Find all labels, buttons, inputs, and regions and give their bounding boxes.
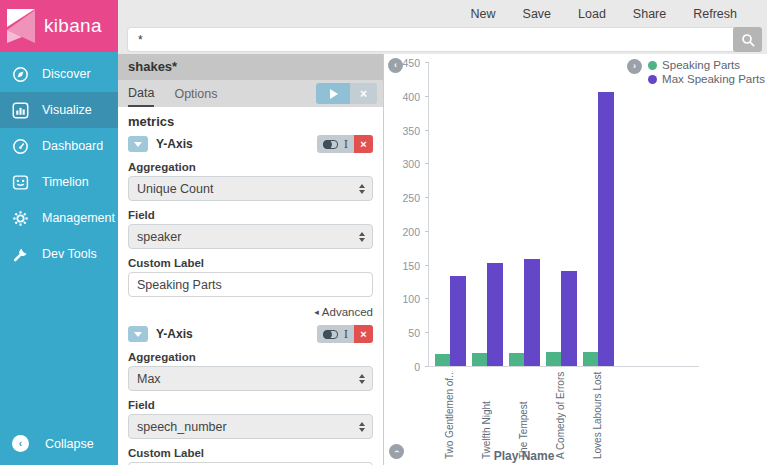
bar-group (472, 263, 503, 366)
bar-max-speaking-parts[interactable] (561, 271, 577, 366)
sidebar-collapse-label: Collapse (45, 437, 94, 451)
wrench-icon (12, 246, 29, 263)
search-icon (741, 33, 755, 47)
sidebar-item-discover[interactable]: Discover (0, 56, 118, 92)
caret-up-icon (359, 232, 365, 236)
y-tick-mark (425, 265, 429, 266)
x-axis-labels: Two Gentlemen of...Twelfth NightThe Temp… (434, 371, 613, 459)
search-button[interactable] (733, 27, 762, 52)
sidebar-item-label: Management (42, 211, 115, 225)
field-label-custom-label: Custom Label (128, 257, 373, 269)
sidebar-collapse-button[interactable]: ‹ Collapse (12, 435, 94, 452)
agg-section-2: Y-AxisI×AggregationMaxFieldspeech_number… (128, 325, 373, 465)
bar-speaking-parts[interactable] (472, 353, 487, 366)
agg-header: Y-AxisI× (128, 135, 373, 153)
menu-item-share[interactable]: Share (633, 7, 666, 21)
bar-max-speaking-parts[interactable] (450, 276, 466, 366)
agg-title: Y-Axis (156, 137, 317, 151)
caret-up-icon (359, 422, 365, 426)
collapse-bottom-button[interactable]: ‹ (389, 444, 404, 459)
kibana-logo[interactable]: kibana (0, 0, 118, 52)
agg-controls: I× (317, 135, 373, 153)
metrics-heading: metrics (128, 114, 373, 129)
y-tick-label: 0 (386, 361, 420, 373)
sidebar-item-label: Dashboard (42, 139, 103, 153)
x-tick-label-text: Loves Labours Lost (592, 371, 603, 459)
sidebar-item-visualize[interactable]: Visualize (0, 92, 118, 128)
menu-item-save[interactable]: Save (523, 7, 552, 21)
advanced-link[interactable]: ◂Advanced (128, 306, 373, 318)
content: shakes* Data Options × metrics Y-AxisI×A… (118, 54, 767, 465)
bar-speaking-parts[interactable] (435, 354, 450, 366)
bar-speaking-parts[interactable] (583, 352, 598, 366)
tab-data[interactable]: Data (128, 80, 154, 107)
input-custom-label[interactable] (128, 272, 373, 297)
bar-group (546, 271, 577, 366)
select-aggregation[interactable]: Max (128, 366, 373, 391)
text-cursor-icon[interactable]: I (344, 139, 348, 150)
y-tick-label: 100 (386, 293, 420, 305)
bar-max-speaking-parts[interactable] (524, 259, 540, 366)
discard-changes-button[interactable]: × (350, 83, 377, 104)
caret-down-icon (359, 238, 365, 242)
select-value: speaker (137, 230, 181, 244)
sidebar-item-label: Discover (42, 67, 91, 81)
tab-actions: × (316, 83, 377, 104)
tab-options[interactable]: Options (174, 80, 217, 107)
bar-speaking-parts[interactable] (546, 352, 561, 366)
x-tick-label-text: Two Gentlemen of... (444, 371, 455, 459)
select-aggregation[interactable]: Unique Count (128, 176, 373, 201)
chevron-down-icon (134, 142, 142, 147)
x-tick-label-text: Twelfth Night (481, 371, 492, 459)
y-tick-mark (425, 197, 429, 198)
agg-toggle-group: I (317, 135, 354, 153)
apply-changes-button[interactable] (316, 83, 350, 104)
collapse-agg-button[interactable] (128, 136, 148, 152)
menu-item-load[interactable]: Load (578, 7, 606, 21)
chevron-left-icon: ‹ (12, 435, 29, 452)
sidebar-item-timelion[interactable]: Timelion (0, 164, 118, 200)
sidebar-item-dev-tools[interactable]: Dev Tools (0, 236, 118, 272)
y-tick-mark (425, 96, 429, 97)
bar-speaking-parts[interactable] (509, 353, 524, 367)
toggle-enable-icon[interactable] (323, 140, 338, 149)
chevron-up-icon: ‹ (392, 450, 401, 453)
select-field[interactable]: speaker (128, 224, 373, 249)
play-icon (330, 89, 338, 99)
y-tick-mark (425, 332, 429, 333)
caret-down-icon (359, 428, 365, 432)
triangle-left-icon: ◂ (314, 308, 319, 317)
menu-item-new[interactable]: New (471, 7, 496, 21)
select-field[interactable]: speech_number (128, 414, 373, 439)
x-tick-label-text: The Tempest (518, 371, 529, 459)
bar-max-speaking-parts[interactable] (487, 263, 503, 366)
compass-icon (12, 66, 29, 83)
search-input[interactable] (127, 27, 736, 52)
visualization-config-panel: shakes* Data Options × metrics Y-AxisI×A… (118, 54, 384, 465)
x-tick-label: Loves Labours Lost (582, 371, 613, 459)
main-area: NewSaveLoadShareRefresh shakes* Data Opt… (118, 0, 767, 465)
toggle-enable-icon[interactable] (323, 330, 338, 339)
menu-item-refresh[interactable]: Refresh (693, 7, 737, 21)
agg-title: Y-Axis (156, 327, 317, 341)
bar-max-speaking-parts[interactable] (598, 92, 614, 366)
gauge-icon (12, 138, 29, 155)
y-tick-mark (425, 62, 429, 63)
collapse-agg-button[interactable] (128, 326, 148, 342)
text-cursor-icon[interactable]: I (344, 329, 348, 340)
query-bar (127, 27, 762, 52)
select-carets-icon (359, 422, 365, 432)
sidebar-item-dashboard[interactable]: Dashboard (0, 128, 118, 164)
select-value: Max (137, 372, 161, 386)
x-tick-label: Two Gentlemen of... (434, 371, 465, 459)
remove-agg-button[interactable]: × (354, 135, 373, 153)
y-tick-mark (425, 298, 429, 299)
remove-agg-button[interactable]: × (354, 325, 373, 343)
y-tick-label: 300 (386, 158, 420, 170)
sidebar-item-management[interactable]: Management (0, 200, 118, 236)
sidebar: kibana DiscoverVisualizeDashboardTimelio… (0, 0, 118, 465)
sidebar-item-label: Dev Tools (42, 247, 97, 261)
close-icon: × (360, 87, 367, 101)
field-label-field: Field (128, 209, 373, 221)
panel-body: metrics Y-AxisI×AggregationUnique CountF… (118, 107, 383, 465)
